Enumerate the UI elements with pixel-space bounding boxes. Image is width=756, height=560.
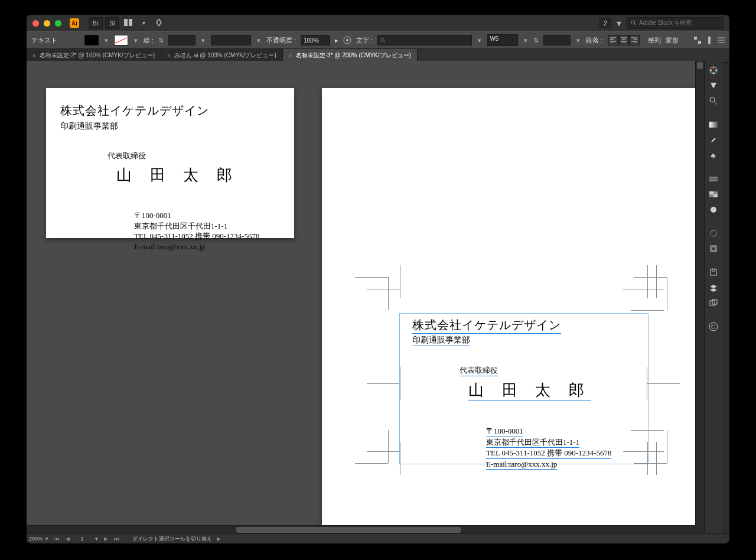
cc-icon[interactable] <box>708 321 719 333</box>
recolor-icon[interactable] <box>343 36 351 44</box>
font-weight-select[interactable]: W5 <box>487 34 518 46</box>
prev-artboard-icon[interactable]: ◀ <box>64 536 71 542</box>
fill-swatch[interactable] <box>84 35 99 45</box>
svg-line-17 <box>714 102 717 105</box>
document-tab[interactable]: × みほん.ai @ 103% (CMYK/プレビュー) <box>161 49 283 62</box>
email-text: E-mail:taro@xxx.xx.jp <box>486 459 557 470</box>
isolate-group-icon[interactable] <box>694 37 701 44</box>
stroke-panel-icon[interactable] <box>708 173 719 185</box>
artboard: 株式会社イケテルデザイン 印刷通販事業部 代表取締役 山 田 太 郎 〒100-… <box>322 88 703 534</box>
bridge-icon[interactable]: Br <box>89 17 103 29</box>
color-guide-icon[interactable] <box>708 95 719 107</box>
svg-rect-26 <box>711 269 716 275</box>
svg-point-16 <box>710 97 715 102</box>
svg-point-15 <box>710 70 712 71</box>
brushes-panel-icon[interactable] <box>708 134 719 146</box>
graphic-styles-icon[interactable] <box>708 227 719 239</box>
chevron-down-icon[interactable]: ▾ <box>103 37 109 43</box>
paragraph-align <box>608 35 640 45</box>
transform-panel-icon[interactable] <box>708 243 719 255</box>
document-tab[interactable]: × 名称未設定-3* @ 200% (CMYK/プレビュー) <box>283 49 418 62</box>
appearance-panel-icon[interactable] <box>708 204 719 216</box>
brush-definition-input[interactable] <box>211 35 251 45</box>
stepper-icon[interactable]: ⇅ <box>158 37 164 44</box>
next-artboard-icon[interactable]: ▶ <box>103 536 109 542</box>
canvas[interactable]: 株式会社イケテルデザイン 印刷通販事業部 代表取締役 山 田 太 郎 〒100-… <box>27 61 704 534</box>
align-link[interactable]: 整列 <box>648 36 661 45</box>
close-window-icon[interactable] <box>32 20 39 27</box>
postal-text: 〒100-0001 <box>486 426 523 437</box>
align-left-icon[interactable] <box>608 35 618 45</box>
division-textframe[interactable]: 印刷通販事業部 <box>412 335 470 346</box>
font-search-input[interactable] <box>377 35 472 45</box>
email-text: E-mail:taro@xxx.xx.jp <box>134 242 259 252</box>
chevron-down-icon[interactable]: ▾ <box>133 37 139 43</box>
status-menu-icon[interactable]: ▶ <box>216 536 222 542</box>
opacity-slider-icon[interactable]: ▸ <box>335 37 338 44</box>
arrange-documents-icon[interactable] <box>122 17 135 28</box>
more-options-icon[interactable] <box>718 37 725 44</box>
stock-search-input[interactable]: Adobe Stock を検索 <box>627 17 724 29</box>
search-icon <box>631 20 637 26</box>
tool-status-text: ダイレクト選択ツールを切り換え <box>132 535 212 543</box>
artboard-number[interactable]: 1 <box>74 536 90 542</box>
artboards-panel-icon[interactable] <box>708 297 719 309</box>
horizontal-scrollbar[interactable] <box>27 525 696 534</box>
company-textframe[interactable]: 株式会社イケテルデザイン <box>412 317 561 334</box>
title-textframe[interactable]: 代表取締役 <box>460 365 498 376</box>
app-logo: Ai <box>70 18 79 28</box>
color-panel-icon[interactable] <box>708 64 719 76</box>
tab-label: 名称未設定-3* @ 200% (CMYK/プレビュー) <box>296 51 411 60</box>
font-size-input[interactable] <box>543 35 571 45</box>
stock-icon[interactable]: St <box>105 17 119 29</box>
stroke-weight-input[interactable] <box>168 35 195 45</box>
control-bar: テキスト ▾ ▾ 線 : ⇅ ▾ ▾ 不透明度 : 100% ▸ 文字 : ▾ … <box>27 31 729 49</box>
close-icon[interactable]: × <box>167 53 171 59</box>
minimize-window-icon[interactable] <box>44 20 50 27</box>
layers-panel-icon[interactable] <box>708 282 719 294</box>
chevron-down-icon: ▾ <box>137 17 150 28</box>
gpu-preview-icon[interactable] <box>152 17 165 28</box>
gradient-panel-icon[interactable] <box>708 119 719 131</box>
window-controls <box>32 20 61 27</box>
stock-search-placeholder: Adobe Stock を検索 <box>639 19 692 27</box>
chevron-down-icon[interactable]: ▾ <box>523 37 529 43</box>
opacity-input[interactable]: 100% <box>301 35 330 45</box>
scrollbar-thumb[interactable] <box>697 62 703 69</box>
vertical-scrollbar[interactable] <box>695 61 704 534</box>
symbols-panel-icon[interactable]: ♣ <box>708 149 719 161</box>
transparency-panel-icon[interactable] <box>708 188 719 200</box>
close-icon[interactable]: × <box>289 53 292 59</box>
zoom-level[interactable]: 200% ▾ <box>29 536 50 542</box>
contact-textframe[interactable]: 〒100-0001 東京都千代田区千代田1-1-1 TEL 045-311-10… <box>486 426 660 470</box>
contact-block: 〒100-0001 東京都千代田区千代田1-1-1 TEL 045-311-10… <box>134 210 259 252</box>
scrollbar-thumb[interactable] <box>236 527 461 533</box>
name-text: 山 田 太 郎 <box>116 165 259 185</box>
chevron-down-icon[interactable]: ▾ <box>200 37 206 43</box>
svg-rect-20 <box>709 191 713 194</box>
chevron-down-icon[interactable]: ▾ <box>256 37 262 43</box>
chevron-down-icon[interactable]: ▾ <box>575 37 581 43</box>
chevron-down-icon[interactable]: ▾ <box>477 37 483 43</box>
swatches-panel-icon[interactable] <box>708 80 719 92</box>
first-artboard-icon[interactable]: ⏮ <box>53 536 61 542</box>
stock-count[interactable]: 2 <box>599 18 611 28</box>
transform-link[interactable]: 変形 <box>666 36 679 45</box>
align-center-icon[interactable] <box>618 35 629 45</box>
align-right-icon[interactable] <box>629 35 640 45</box>
close-icon[interactable]: × <box>32 53 36 59</box>
svg-rect-9 <box>698 41 701 44</box>
libraries-panel-icon[interactable] <box>708 266 719 278</box>
document-tab[interactable]: × 名称未設定-2* @ 100% (CMYK/プレビュー) <box>27 49 161 62</box>
business-card-art[interactable]: 株式会社イケテルデザイン 印刷通販事業部 代表取締役 山 田 太 郎 〒100-… <box>412 317 660 467</box>
maximize-window-icon[interactable] <box>55 20 61 27</box>
tab-label: 名称未設定-2* @ 100% (CMYK/プレビュー) <box>40 51 155 60</box>
stepper-icon[interactable]: ⇅ <box>533 37 539 44</box>
last-artboard-icon[interactable]: ⏭ <box>113 536 120 542</box>
tab-label: みほん.ai @ 103% (CMYK/プレビュー) <box>174 51 276 60</box>
panel-dock: ♣ <box>704 61 722 534</box>
name-textframe[interactable]: 山 田 太 郎 <box>468 380 591 401</box>
align-to-icon[interactable] <box>706 37 713 44</box>
stroke-swatch[interactable] <box>114 35 128 45</box>
chevron-down-icon[interactable]: ▾ <box>93 536 99 542</box>
